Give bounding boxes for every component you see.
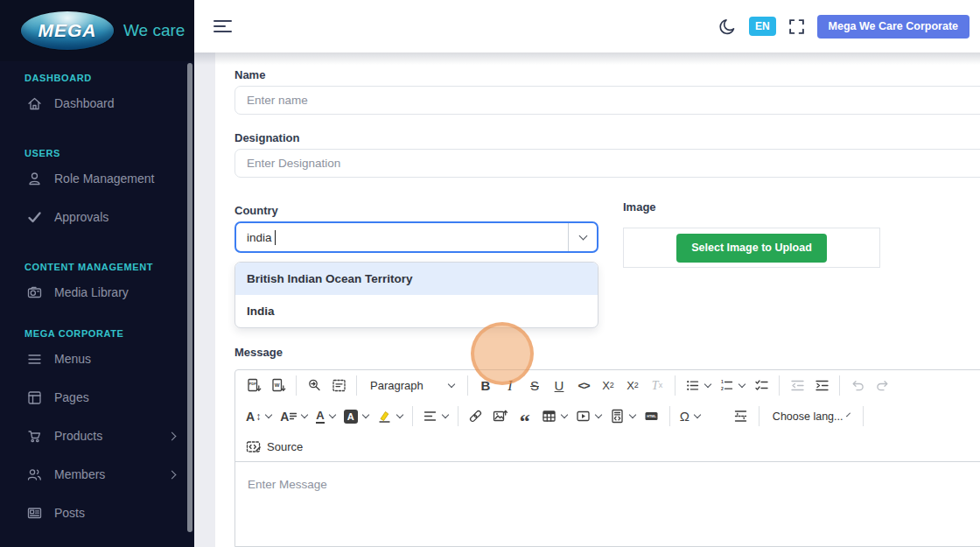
language-badge[interactable]: EN: [749, 17, 776, 36]
todo-list-button[interactable]: [750, 374, 773, 398]
outdent-button[interactable]: [786, 374, 808, 398]
numbered-list-dropdown[interactable]: 12: [716, 374, 748, 398]
form-card: Name Designation Country British Indian …: [215, 53, 980, 547]
text-cursor: [275, 230, 276, 245]
sidebar-scrollbar[interactable]: [187, 63, 192, 532]
bulleted-list-dropdown[interactable]: [682, 374, 714, 398]
font-size-dropdown[interactable]: A↕: [242, 404, 275, 429]
sidebar-item-menus[interactable]: Menus: [0, 340, 194, 378]
country-options-list: British Indian Ocean Territory India: [234, 262, 598, 328]
font-background-color-dropdown[interactable]: A: [340, 404, 372, 429]
sidebar-item-role-management[interactable]: Role Management: [0, 159, 194, 198]
section-header-users: USERS: [0, 147, 194, 159]
cart-icon: [26, 428, 43, 445]
svg-text:PDF: PDF: [248, 382, 256, 386]
toolbar-separator: [779, 375, 780, 396]
chevron-down-icon: [441, 411, 448, 418]
svg-text:HTML: HTML: [647, 415, 656, 418]
subscript-button[interactable]: X2: [597, 374, 620, 398]
sidebar-item-pages[interactable]: Pages: [0, 378, 194, 417]
country-input[interactable]: [236, 231, 568, 244]
country-option-highlighted[interactable]: British Indian Ocean Territory: [235, 263, 598, 295]
find-replace-button[interactable]: [303, 374, 326, 398]
country-dropdown-toggle[interactable]: [568, 223, 597, 251]
remove-format-button[interactable]: Tx: [646, 374, 668, 398]
undo-button[interactable]: [846, 374, 869, 398]
image-label: Image: [623, 200, 656, 214]
chevron-down-icon: [578, 232, 587, 241]
sidebar-item-posts[interactable]: Posts: [0, 494, 194, 532]
highlight-marker-dropdown[interactable]: [374, 404, 406, 429]
insert-media-dropdown[interactable]: [572, 404, 605, 429]
horizontal-line-button[interactable]: [705, 404, 728, 429]
font-color-dropdown[interactable]: A: [312, 404, 338, 429]
paragraph-style-dropdown[interactable]: Paragraph: [363, 374, 461, 398]
chevron-down-icon: [265, 411, 272, 418]
insert-table-dropdown[interactable]: [538, 404, 570, 429]
chevron-down-icon: [847, 412, 851, 417]
underline-button[interactable]: U: [548, 374, 570, 398]
sidebar-item-approvals[interactable]: Approvals: [0, 198, 194, 236]
country-combobox[interactable]: [234, 221, 598, 253]
italic-button[interactable]: I: [499, 374, 522, 398]
bold-button[interactable]: B: [474, 374, 497, 398]
chevron-down-icon: [301, 411, 308, 418]
redo-button[interactable]: [871, 374, 893, 398]
block-quote-button[interactable]: “: [514, 404, 536, 429]
image-upload-box: Select Image to Upload: [623, 228, 880, 268]
chevron-down-icon: [560, 411, 567, 418]
language-dropdown[interactable]: Choose lang...: [766, 404, 857, 429]
sidebar-item-products[interactable]: Products: [0, 417, 194, 455]
logo-text: MEGA: [38, 20, 97, 41]
name-input[interactable]: [234, 86, 980, 115]
hamburger-menu-icon[interactable]: [214, 20, 232, 33]
inline-code-button[interactable]: <>: [572, 374, 595, 398]
editor-toolbar-row-3: Source: [235, 431, 980, 462]
special-characters-dropdown[interactable]: Ω: [676, 404, 704, 429]
chevron-right-icon: [168, 470, 177, 479]
page-break-button[interactable]: [730, 404, 752, 429]
select-all-button[interactable]: [327, 374, 350, 398]
name-label: Name: [234, 68, 265, 81]
chevron-down-icon: [594, 411, 601, 418]
main-content: Name Designation Country British Indian …: [194, 53, 980, 547]
source-button[interactable]: Source: [242, 434, 306, 459]
export-word-button[interactable]: W: [267, 374, 290, 398]
chevron-down-icon: [738, 381, 746, 388]
message-editing-area[interactable]: Enter Message: [235, 462, 980, 506]
insert-link-button[interactable]: [465, 404, 487, 429]
strikethrough-button[interactable]: S: [523, 374, 546, 398]
svg-text:2: 2: [721, 386, 724, 391]
superscript-button[interactable]: X2: [621, 374, 644, 398]
section-header-content-management: CONTENT MANAGEMENT: [0, 261, 194, 273]
designation-input[interactable]: [234, 149, 980, 178]
toolbar-separator: [863, 406, 864, 426]
insert-template-dropdown[interactable]: [606, 404, 639, 429]
fullscreen-icon[interactable]: [788, 18, 805, 35]
svg-text:1: 1: [721, 379, 724, 384]
dark-mode-moon-icon[interactable]: [719, 18, 737, 35]
app-logo[interactable]: MEGA We care: [0, 0, 194, 61]
chevron-down-icon: [328, 411, 335, 418]
svg-text:W: W: [274, 382, 279, 388]
toolbar-separator: [839, 375, 840, 396]
indent-button[interactable]: [810, 374, 833, 398]
camera-icon: [26, 284, 43, 301]
select-image-button[interactable]: Select Image to Upload: [676, 234, 827, 263]
html-embed-button[interactable]: HTML: [640, 404, 663, 429]
home-icon: [26, 95, 43, 112]
people-icon: [26, 466, 43, 483]
sidebar: MEGA We care DASHBOARD Dashboard USERS R…: [0, 0, 194, 547]
font-family-dropdown[interactable]: A: [276, 404, 311, 429]
sidebar-item-label: Menus: [54, 352, 91, 366]
sidebar-item-label: Products: [54, 429, 102, 443]
country-option[interactable]: India: [235, 295, 598, 327]
export-pdf-button[interactable]: PDF: [242, 374, 265, 398]
sidebar-item-dashboard[interactable]: Dashboard: [0, 84, 194, 123]
text-alignment-dropdown[interactable]: [419, 404, 452, 429]
country-label: Country: [234, 204, 278, 217]
corporate-button[interactable]: Mega We Care Corporate: [817, 15, 970, 39]
sidebar-item-members[interactable]: Members: [0, 455, 194, 494]
sidebar-item-media-library[interactable]: Media Library: [0, 273, 194, 312]
insert-image-button[interactable]: [489, 404, 512, 429]
